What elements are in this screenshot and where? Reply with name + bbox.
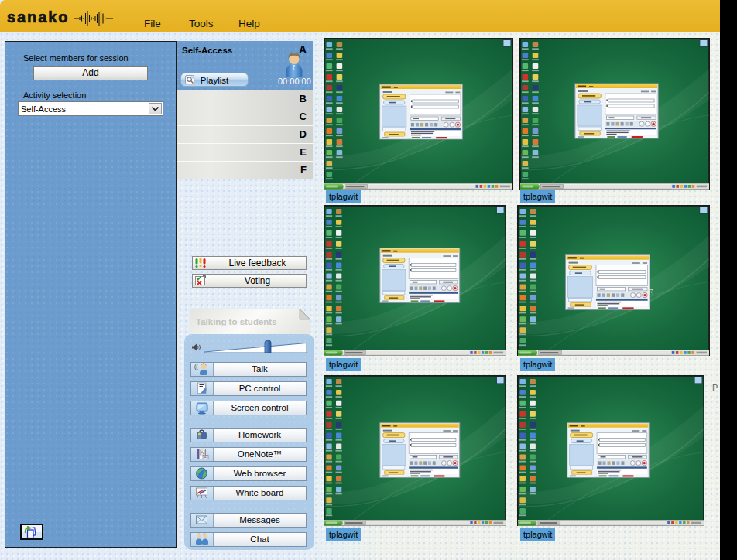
svg-text:((: (( xyxy=(194,364,198,370)
